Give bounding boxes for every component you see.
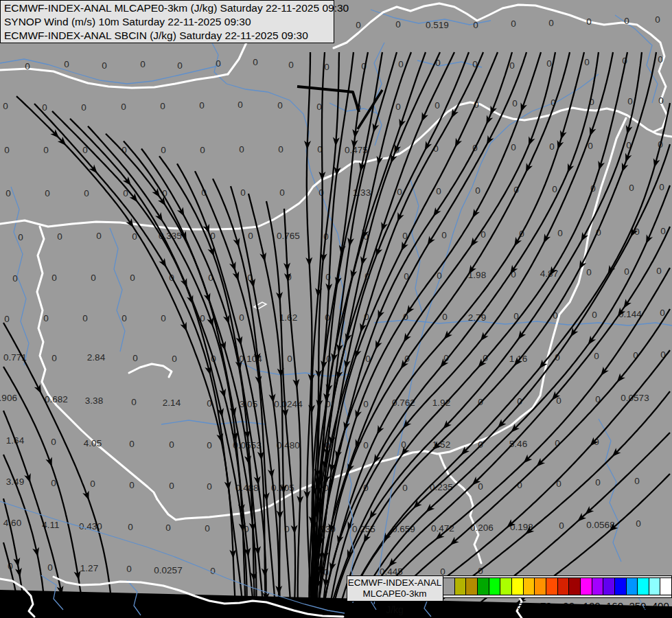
colorbar-title-line1: ECMWF-INDEX-ANAL <box>347 577 443 588</box>
station-value: 0 <box>288 60 294 70</box>
station-value: 2.14 <box>163 398 181 408</box>
colorbar-swatches <box>443 577 672 595</box>
station-value: 0 <box>165 523 171 533</box>
station-value: 0 <box>121 102 126 112</box>
station-value: 0 <box>12 273 18 284</box>
station-value: 0 <box>398 59 404 69</box>
colorbar-swatch <box>615 578 627 595</box>
station-value: 0 <box>395 19 401 30</box>
station-value: 0 <box>18 232 23 242</box>
station-value: 0 <box>128 522 133 532</box>
colorbar-swatch <box>569 578 581 595</box>
station-value: 0 <box>160 101 165 111</box>
station-value: 0 <box>548 18 554 28</box>
station-value: 0 <box>3 101 8 111</box>
station-value: 0 <box>81 102 86 113</box>
map-canvas: 000.519000000000000000000000000000000000… <box>0 0 672 618</box>
station-value: 0 <box>253 57 258 67</box>
station-value: 0 <box>402 483 408 493</box>
station-value: 0 <box>130 273 135 283</box>
colorbar-swatch <box>558 578 570 595</box>
station-value: 0 <box>205 523 210 534</box>
station-value: 0 <box>91 273 96 283</box>
station-value: 4.05 <box>84 438 102 448</box>
colorbar-tick: 120 <box>583 600 601 612</box>
station-value: 0 <box>511 142 516 152</box>
colorbar-swatch <box>660 578 671 595</box>
colorbar-swatch <box>443 578 455 595</box>
station-value: 0 <box>240 187 246 198</box>
station-value: 0 <box>473 20 478 30</box>
station-value: 1.92 <box>432 398 450 408</box>
station-value: 0 <box>131 397 137 407</box>
station-value: 3.38 <box>85 396 103 406</box>
colorbar-swatch <box>627 578 638 595</box>
station-value: 0 <box>659 182 664 192</box>
station-value: 0 <box>435 100 440 111</box>
colorbar-swatch <box>489 578 501 595</box>
station-value: 0 <box>634 476 640 486</box>
station-value: 0 <box>45 188 50 198</box>
colorbar-tick: 50 <box>518 600 529 612</box>
station-value: 0 <box>592 310 597 320</box>
station-value: 0.472 <box>431 523 454 534</box>
station-value: 0 <box>442 312 448 322</box>
station-value: 0 <box>395 102 401 112</box>
station-value: 0 <box>629 183 634 193</box>
station-value: 0 <box>588 141 593 151</box>
station-value: 0 <box>557 228 563 238</box>
station-value: 0 <box>363 399 369 409</box>
colorbar-swatch <box>535 578 546 595</box>
station-value: 0 <box>177 60 183 71</box>
weather-map-app: { "header": { "lines": [ "ECMWF-INDEX-AN… <box>0 0 672 618</box>
station-value: 0 <box>237 100 243 110</box>
station-value: 0.765 <box>277 231 300 241</box>
station-value: 0 <box>656 266 662 276</box>
colorbar-swatch <box>546 578 558 595</box>
station-value: 0 <box>509 60 515 71</box>
station-value: 2.84 <box>87 352 106 363</box>
station-value: 0 <box>132 353 138 363</box>
station-value: 0 <box>546 58 552 69</box>
map-info-legend: ECMWF-INDEX-ANAL MLCAPE0-3km (J/kg) Satu… <box>0 0 334 43</box>
station-value: 0 <box>169 439 174 450</box>
station-value: 0 <box>216 58 221 69</box>
colorbar-swatch <box>581 578 592 595</box>
station-value: 0 <box>441 230 447 240</box>
station-value: 0 <box>207 481 212 492</box>
station-value: 0 <box>436 186 441 196</box>
station-value: 0 <box>4 145 10 155</box>
station-value: 0 <box>363 440 369 450</box>
info-line-mlcape: ECMWF-INDEX-ANAL MLCAPE0-3km (J/kg) Satu… <box>4 1 334 15</box>
colorbar-swatch <box>512 578 524 595</box>
station-value: 0.0257 <box>154 565 182 575</box>
station-value: 0 <box>51 273 57 283</box>
station-value: 0.682 <box>45 394 68 404</box>
station-value: 0 <box>239 312 244 323</box>
station-value: 0 <box>82 313 88 323</box>
colorbar-swatch <box>603 578 615 595</box>
station-value: 0 <box>25 61 30 71</box>
station-value: 4.60 <box>3 518 21 528</box>
colorbar-swatch <box>500 578 512 595</box>
colorbar-swatch <box>478 578 489 595</box>
station-value: 0 <box>594 351 599 361</box>
colorbar-legend: ECMWF-INDEX-ANAL MLCAPE0-3km J/kg 012305… <box>347 575 672 618</box>
colorbar-swatch <box>638 578 649 595</box>
colorbar-swatch <box>524 578 535 595</box>
station-value: 0 <box>169 481 174 491</box>
colorbar-swatch <box>649 578 661 595</box>
station-value: 0 <box>51 437 56 447</box>
station-value: 0 <box>660 308 665 318</box>
station-value: 0 <box>279 187 285 198</box>
station-value: 0 <box>475 185 480 196</box>
station-value: 0 <box>478 481 483 492</box>
station-value: 0 <box>356 20 361 30</box>
colorbar-tick: 30 <box>494 600 506 612</box>
station-value: 0 <box>559 520 564 531</box>
station-value: 0 <box>129 480 135 490</box>
station-value: 0 <box>172 354 177 364</box>
station-value: 0 <box>51 353 57 363</box>
station-value: 0 <box>624 266 629 277</box>
station-value: 0 <box>239 144 244 154</box>
